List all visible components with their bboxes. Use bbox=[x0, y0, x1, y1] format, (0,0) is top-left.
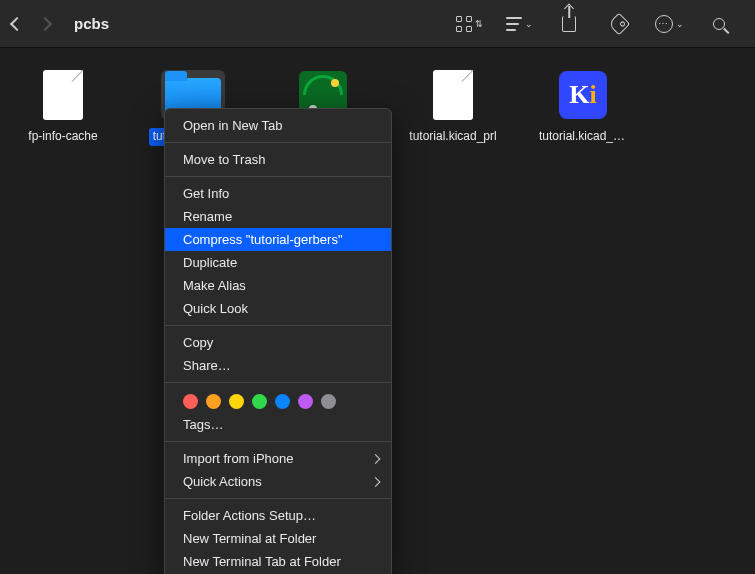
menu-separator bbox=[165, 325, 391, 326]
tag-orange[interactable] bbox=[206, 394, 221, 409]
window-title: pcbs bbox=[74, 15, 109, 32]
more-button[interactable]: ⋯⌄ bbox=[653, 8, 685, 40]
more-icon: ⋯ bbox=[655, 15, 673, 33]
toolbar: pcbs ⇅ ⌄ ⋯⌄ bbox=[0, 0, 755, 48]
search-button[interactable] bbox=[703, 8, 735, 40]
menu-separator bbox=[165, 382, 391, 383]
menu-quick-look[interactable]: Quick Look bbox=[165, 297, 391, 320]
chevron-down-icon: ⌄ bbox=[525, 19, 533, 29]
tag-purple[interactable] bbox=[298, 394, 313, 409]
chevron-down-icon: ⌄ bbox=[676, 19, 684, 29]
menu-separator bbox=[165, 441, 391, 442]
menu-import-iphone[interactable]: Import from iPhone bbox=[165, 447, 391, 470]
menu-share[interactable]: Share… bbox=[165, 354, 391, 377]
tag-blue[interactable] bbox=[275, 394, 290, 409]
menu-folder-actions[interactable]: Folder Actions Setup… bbox=[165, 504, 391, 527]
context-menu: Open in New Tab Move to Trash Get Info R… bbox=[164, 108, 392, 574]
forward-button[interactable] bbox=[38, 16, 52, 30]
menu-separator bbox=[165, 176, 391, 177]
search-icon bbox=[713, 18, 725, 30]
menu-open-new-tab[interactable]: Open in New Tab bbox=[165, 114, 391, 137]
tag-green[interactable] bbox=[252, 394, 267, 409]
menu-new-terminal-tab[interactable]: New Terminal Tab at Folder bbox=[165, 550, 391, 573]
file-item[interactable]: Ki tutorial.kicad_pro bbox=[538, 70, 628, 146]
file-item[interactable]: tutorial.kicad_prl bbox=[408, 70, 498, 146]
share-icon bbox=[562, 16, 576, 32]
menu-new-terminal[interactable]: New Terminal at Folder bbox=[165, 527, 391, 550]
menu-separator bbox=[165, 142, 391, 143]
document-icon bbox=[433, 70, 473, 120]
document-icon bbox=[43, 70, 83, 120]
file-label: fp-info-cache bbox=[24, 128, 101, 146]
menu-duplicate[interactable]: Duplicate bbox=[165, 251, 391, 274]
menu-quick-actions[interactable]: Quick Actions bbox=[165, 470, 391, 493]
tags-button[interactable] bbox=[603, 8, 635, 40]
menu-move-to-trash[interactable]: Move to Trash bbox=[165, 148, 391, 171]
menu-rename[interactable]: Rename bbox=[165, 205, 391, 228]
updown-icon: ⇅ bbox=[475, 19, 483, 29]
group-by-button[interactable]: ⌄ bbox=[503, 8, 535, 40]
view-icons-button[interactable]: ⇅ bbox=[453, 8, 485, 40]
menu-separator bbox=[165, 498, 391, 499]
file-label: tutorial.kicad_pro bbox=[535, 128, 631, 146]
menu-make-alias[interactable]: Make Alias bbox=[165, 274, 391, 297]
menu-tag-colors bbox=[165, 388, 391, 413]
share-button[interactable] bbox=[553, 8, 585, 40]
tag-icon bbox=[608, 12, 631, 35]
file-label: tutorial.kicad_prl bbox=[405, 128, 500, 146]
menu-copy[interactable]: Copy bbox=[165, 331, 391, 354]
tag-yellow[interactable] bbox=[229, 394, 244, 409]
tag-red[interactable] bbox=[183, 394, 198, 409]
back-button[interactable] bbox=[10, 16, 24, 30]
menu-compress[interactable]: Compress "tutorial-gerbers" bbox=[165, 228, 391, 251]
file-item[interactable]: fp-info-cache bbox=[18, 70, 108, 146]
menu-get-info[interactable]: Get Info bbox=[165, 182, 391, 205]
tag-gray[interactable] bbox=[321, 394, 336, 409]
kicad-icon: Ki bbox=[559, 71, 607, 119]
menu-tags[interactable]: Tags… bbox=[165, 413, 391, 436]
